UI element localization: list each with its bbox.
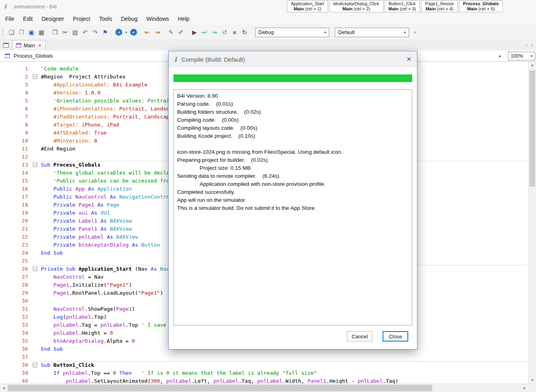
code-line: 38−Sub Button1_Click [0, 361, 536, 369]
selected-sub-label: Process_Globals [14, 53, 53, 59]
fold-toggle-icon[interactable]: − [33, 267, 37, 271]
line-number: 13 [0, 161, 31, 169]
tab-main[interactable]: Main ✕ [12, 40, 46, 50]
uncomment-button[interactable]: ✐ [176, 27, 186, 37]
restart-button[interactable]: ↻ [240, 27, 250, 37]
sub-dropdown-caret-icon[interactable]: ▾ [499, 54, 501, 58]
dialog-body: B4i Version: 8.90Parsing code. (0.01s)Bu… [169, 67, 417, 342]
navigate-back-button[interactable]: ◄ [115, 29, 122, 36]
title-bar: i animationtest - B4i Application_StartM… [0, 0, 536, 13]
line-number: 2 [0, 73, 31, 81]
dialog-title: Compile (Build: Default) [181, 56, 245, 63]
log-line: icon-store-1024.png is missing from File… [177, 148, 409, 156]
jump-tab-button1_click[interactable]: Button1_ClickMain (ctrl + 3) [385, 0, 420, 12]
scroll-right-icon[interactable]: ► [521, 385, 528, 391]
cancel-button[interactable]: Cancel [347, 331, 373, 342]
log-line: Building Xcode project. (0.10s) [177, 132, 409, 140]
step-into-button[interactable]: ↩ [199, 27, 210, 37]
chevron-down-icon: ▾ [404, 30, 406, 34]
open-button[interactable]: ❐ [16, 27, 26, 37]
log-line: Parsing code. (0.01s) [177, 100, 409, 108]
vertical-scrollbar-thumb[interactable] [530, 70, 535, 187]
code-line: 39 If pnlLabel.Top == 0 Then ' If is 0 i… [0, 369, 536, 377]
jump-tab-page1_resize[interactable]: Page1_ResizeMain (ctrl + 4) [421, 0, 458, 12]
line-number: 3 [0, 81, 31, 89]
menu-file[interactable]: File [1, 14, 19, 24]
toolbar-overflow-button[interactable]: ▾ [414, 30, 416, 34]
menu-help[interactable]: Help [173, 14, 194, 24]
chevron-down-icon: ▾ [324, 30, 326, 34]
menu-debug[interactable]: Debug [117, 14, 142, 24]
save-button[interactable]: ▣ [26, 27, 36, 37]
compile-log: B4i Version: 8.90Parsing code. (0.01s)Bu… [173, 89, 412, 326]
close-tab-icon[interactable]: ✕ [38, 43, 41, 48]
step-over-button[interactable]: ↪ [210, 27, 220, 37]
line-number: 27 [0, 273, 31, 281]
back-history-dropdown[interactable]: ▾ [124, 27, 129, 37]
build-configuration-dropdown[interactable]: Debug ▾ [255, 28, 329, 37]
tab-scroll-controls: ‹ › [526, 42, 533, 48]
redo-button[interactable]: ↷ [90, 27, 100, 37]
jump-tab-process_globals[interactable]: Process_GlobalsMain (ctrl + 5) [459, 0, 503, 12]
menu-designer[interactable]: Designer [37, 14, 69, 24]
tab-scroll-left-icon[interactable]: ‹ [526, 42, 527, 48]
new-button[interactable]: ❏ [6, 27, 16, 37]
menu-bar: FileEditDesignerProjectToolsDebugWindows… [0, 13, 536, 25]
menu-project[interactable]: Project [69, 14, 95, 24]
paste-button[interactable]: ▥ [70, 27, 80, 37]
line-number: 8 [0, 121, 31, 129]
bookmark-button[interactable]: ⚑ [100, 27, 110, 37]
line-number: 32 [0, 313, 31, 321]
jump-tab-application_start[interactable]: Application_StartMain (ctrl + 1) [287, 0, 328, 12]
cut-button[interactable]: ✂ [60, 27, 70, 37]
line-number: 22 [0, 233, 31, 241]
designer-button[interactable]: ▦ [36, 27, 46, 37]
line-number: 36 [0, 345, 31, 353]
menu-windows[interactable]: Windows [142, 14, 173, 24]
comment-button[interactable]: ✎ [166, 27, 176, 37]
close-button[interactable]: Close [383, 331, 408, 342]
vertical-scrollbar[interactable]: ▲ ▼ [528, 62, 536, 384]
line-number: 26 [0, 265, 31, 273]
app-icon: i [4, 3, 10, 10]
dialog-close-icon[interactable]: ✕ [406, 56, 411, 63]
undo-button[interactable]: ↶ [80, 27, 90, 37]
indent-button[interactable]: ⇥ [152, 27, 162, 37]
log-line: App will run on the simulator. [177, 196, 409, 204]
scroll-up-icon[interactable]: ▲ [529, 62, 536, 68]
scroll-down-icon[interactable]: ▼ [529, 377, 536, 384]
build-action-dropdown[interactable]: Default ▾ [335, 28, 409, 37]
outdent-button[interactable]: ⇤ [142, 27, 152, 37]
tab-scroll-right-icon[interactable]: › [531, 42, 533, 48]
stop-button[interactable]: ■ [230, 27, 240, 37]
jump-tab-btnaceptardialog_click[interactable]: btnAceptarDialog_ClickMain (ctrl + 2) [329, 0, 383, 12]
horizontal-scrollbar-thumb[interactable] [8, 385, 432, 391]
tab-label: Main [24, 42, 35, 48]
menu-edit[interactable]: Edit [19, 14, 37, 24]
menu-tools[interactable]: Tools [95, 14, 117, 24]
scroll-left-icon[interactable]: ◄ [0, 385, 7, 391]
zoom-dropdown[interactable]: 100% ▾ [508, 52, 535, 60]
horizontal-scrollbar[interactable]: ◄ ► [0, 384, 528, 392]
line-number: 6 [0, 105, 31, 113]
line-number: 17 [0, 193, 31, 201]
line-number: 18 [0, 201, 31, 209]
log-line: Preparing project for builder. (0.02s) [177, 156, 409, 164]
build-configuration-value: Debug [258, 29, 274, 35]
line-number: 31 [0, 305, 31, 313]
line-number: 28 [0, 281, 31, 289]
step-out-button[interactable]: ↺ [220, 27, 230, 37]
fold-toggle-icon[interactable]: − [33, 74, 37, 79]
fold-toggle-icon[interactable]: − [33, 163, 37, 167]
navigate-forward-button[interactable]: ► [130, 29, 137, 36]
line-number: 37 [0, 353, 31, 361]
chevron-down-icon: ▾ [530, 54, 532, 58]
window-list-icon[interactable] [3, 43, 9, 48]
line-number: 7 [0, 113, 31, 121]
run-button[interactable]: ▶ [189, 27, 199, 37]
line-number: 25 [0, 257, 31, 265]
log-line: Project size: 0.15 MB [177, 164, 409, 172]
line-number: 10 [0, 137, 31, 145]
copy-button[interactable]: ❒ [50, 27, 60, 37]
fold-toggle-icon[interactable]: − [33, 363, 37, 367]
